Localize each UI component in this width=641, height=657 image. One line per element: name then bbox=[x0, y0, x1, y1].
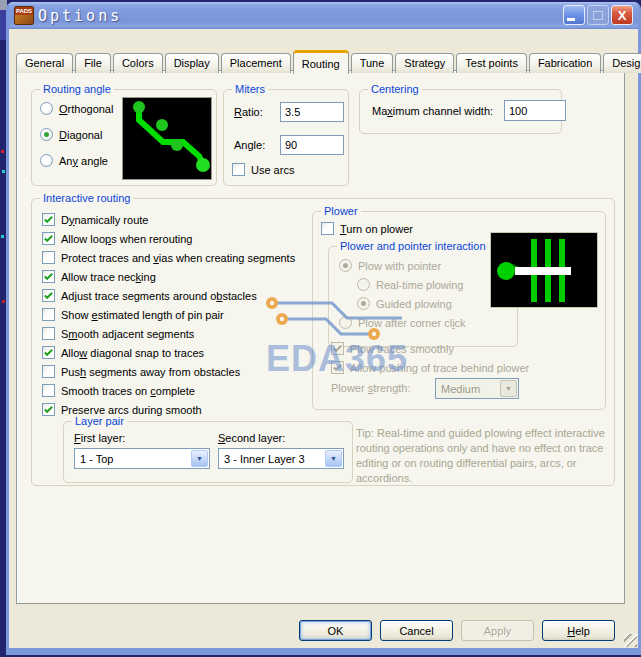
plower-pointer-interaction-label: Plower and pointer interaction bbox=[337, 239, 489, 253]
cancel-button[interactable]: Cancel bbox=[380, 620, 453, 641]
miters-group: Miters Ratio: Angle: Use arcs bbox=[223, 89, 349, 186]
radio-label: Plow after corner click bbox=[358, 317, 466, 329]
tab-strip: General File Colors Display Placement Ro… bbox=[16, 50, 641, 73]
options-dialog: PADS Options X General File Colors Displ… bbox=[6, 2, 641, 655]
checkbox-label: Plow traces smoothly bbox=[350, 343, 454, 355]
radio-circle[interactable] bbox=[40, 128, 53, 141]
tip-text: Tip: Real-time and guided plowing effect… bbox=[356, 426, 612, 486]
tab-tune[interactable]: Tune bbox=[351, 53, 394, 73]
help-button[interactable]: Help bbox=[542, 620, 615, 641]
checkbox-box[interactable] bbox=[42, 270, 55, 283]
checkbox-adjust-trace-segments[interactable]: Adjust trace segments around obstacles bbox=[42, 289, 295, 302]
ratio-input[interactable] bbox=[280, 102, 344, 122]
max-channel-width-input[interactable] bbox=[504, 100, 566, 121]
radio-plow-with-pointer: Plow with pointer bbox=[339, 259, 441, 272]
checkbox-allow-trace-necking[interactable]: Allow trace necking bbox=[42, 270, 295, 283]
tab-routing[interactable]: Routing bbox=[293, 50, 349, 74]
centering-group-label: Centering bbox=[368, 82, 422, 96]
checkbox-protect-traces-vias[interactable]: Protect traces and vias when creating se… bbox=[42, 251, 295, 264]
checkbox-allow-loops[interactable]: Allow loops when rerouting bbox=[42, 232, 295, 245]
checkbox-smooth-traces-complete[interactable]: Smooth traces on complete bbox=[42, 384, 295, 397]
checkbox-label: Turn on plower bbox=[340, 223, 413, 235]
radio-circle bbox=[339, 316, 352, 329]
first-layer-label: First layer: bbox=[74, 432, 125, 444]
routing-angle-preview-image bbox=[122, 97, 212, 180]
tab-placement[interactable]: Placement bbox=[221, 53, 291, 73]
tab-test-points[interactable]: Test points bbox=[456, 53, 527, 73]
tab-colors[interactable]: Colors bbox=[113, 53, 163, 73]
tab-display[interactable]: Display bbox=[165, 53, 219, 73]
first-layer-dropdown[interactable]: 1 - Top ▼ bbox=[74, 448, 210, 469]
checkbox-box[interactable] bbox=[42, 213, 55, 226]
tab-general[interactable]: General bbox=[16, 53, 73, 73]
checkbox-box bbox=[331, 342, 344, 355]
radio-label: Real-time plowing bbox=[376, 279, 463, 291]
ok-button[interactable]: OK bbox=[299, 620, 372, 641]
dropdown-value: 1 - Top bbox=[75, 449, 190, 468]
checkbox-label: Smooth adjacent segments bbox=[61, 328, 194, 340]
radio-label: Guided plowing bbox=[376, 298, 452, 310]
checkbox-label: Adjust trace segments around obstacles bbox=[61, 290, 257, 302]
radio-circle bbox=[339, 259, 352, 272]
minimize-icon[interactable] bbox=[563, 5, 585, 25]
checkbox-allow-pushing-trace: Allow pushing of trace behind plower bbox=[331, 361, 529, 374]
resize-grip[interactable] bbox=[624, 634, 637, 647]
chevron-down-icon[interactable]: ▼ bbox=[325, 450, 342, 467]
checkbox-box[interactable] bbox=[42, 365, 55, 378]
checkbox-box[interactable] bbox=[42, 327, 55, 340]
checkbox-push-segments-away[interactable]: Push segments away from obstacles bbox=[42, 365, 295, 378]
checkbox-label: Smooth traces on complete bbox=[61, 385, 195, 397]
checkbox-turn-on-plower[interactable]: Turn on plower bbox=[321, 222, 413, 235]
layer-pair-group-label: Layer pair bbox=[72, 414, 127, 428]
dropdown-value: 3 - Inner Layer 3 bbox=[219, 449, 324, 468]
checkbox-box[interactable] bbox=[42, 384, 55, 397]
radio-any-angle[interactable]: Any angle bbox=[40, 154, 113, 167]
checkbox-smooth-adjacent-segments[interactable]: Smooth adjacent segments bbox=[42, 327, 295, 340]
checkbox-use-arcs[interactable]: Use arcs bbox=[232, 163, 294, 176]
checkbox-label: Push segments away from obstacles bbox=[61, 366, 240, 378]
radio-real-time-plowing: Real-time plowing bbox=[357, 278, 463, 291]
second-layer-dropdown[interactable]: 3 - Inner Layer 3 ▼ bbox=[218, 448, 344, 469]
checkbox-plow-traces-smoothly: Plow traces smoothly bbox=[331, 342, 454, 355]
tab-design-verification[interactable]: Design verification bbox=[603, 53, 641, 73]
angle-label: Angle: bbox=[234, 139, 265, 151]
radio-circle[interactable] bbox=[40, 154, 53, 167]
interactive-routing-group: Interactive routing Dynamically route Al… bbox=[31, 198, 615, 486]
radio-label: Diagonal bbox=[59, 129, 102, 141]
chevron-down-icon[interactable]: ▼ bbox=[191, 450, 208, 467]
radio-label: Any angle bbox=[59, 155, 108, 167]
angle-input[interactable] bbox=[280, 135, 344, 155]
checkbox-box[interactable] bbox=[321, 222, 334, 235]
dialog-client: General File Colors Display Placement Ro… bbox=[9, 29, 638, 648]
checkbox-box[interactable] bbox=[42, 346, 55, 359]
radio-label: Orthogonal bbox=[59, 103, 113, 115]
checkbox-box[interactable] bbox=[42, 403, 55, 416]
radio-diagonal[interactable]: Diagonal bbox=[40, 128, 113, 141]
checkbox-allow-diagonal-snap[interactable]: Allow diagonal snap to traces bbox=[42, 346, 295, 359]
plower-group-label: Plower bbox=[321, 204, 361, 218]
checkbox-box[interactable] bbox=[42, 251, 55, 264]
checkbox-label: Use arcs bbox=[251, 164, 294, 176]
checkbox-box[interactable] bbox=[42, 289, 55, 302]
checkbox-label: Allow pushing of trace behind plower bbox=[350, 362, 529, 374]
checkbox-box[interactable] bbox=[42, 232, 55, 245]
chevron-down-icon: ▼ bbox=[500, 380, 517, 397]
checkbox-box[interactable] bbox=[42, 308, 55, 321]
apply-button: Apply bbox=[461, 620, 534, 641]
checkbox-box bbox=[331, 361, 344, 374]
plower-group: Plower Turn on plower Plower and pointer… bbox=[312, 211, 606, 410]
tab-strategy[interactable]: Strategy bbox=[395, 53, 454, 73]
checkbox-label: Allow loops when rerouting bbox=[61, 233, 192, 245]
checkbox-show-estimated-length[interactable]: Show estimated length of pin pair bbox=[42, 308, 295, 321]
checkbox-box[interactable] bbox=[232, 163, 245, 176]
radio-circle[interactable] bbox=[40, 102, 53, 115]
background-speck bbox=[2, 300, 5, 303]
radio-orthogonal[interactable]: Orthogonal bbox=[40, 102, 113, 115]
close-icon[interactable]: X bbox=[611, 5, 633, 25]
tab-file[interactable]: File bbox=[75, 53, 111, 73]
checkbox-label: Allow trace necking bbox=[61, 271, 156, 283]
routing-angle-group-label: Routing angle bbox=[40, 82, 114, 96]
tab-fabrication[interactable]: Fabrication bbox=[529, 53, 601, 73]
titlebar[interactable]: PADS Options X bbox=[9, 2, 638, 29]
checkbox-dynamically-route[interactable]: Dynamically route bbox=[42, 213, 295, 226]
